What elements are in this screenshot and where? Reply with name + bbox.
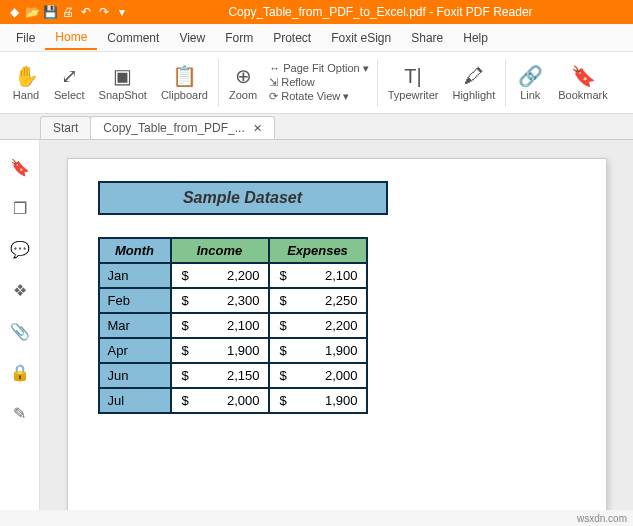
save-icon[interactable]: 💾 (42, 5, 58, 19)
redo-icon[interactable]: ↷ (96, 5, 112, 19)
menu-file[interactable]: File (6, 27, 45, 49)
bookmarks-panel-icon[interactable]: 🔖 (10, 158, 30, 177)
page-fit-option[interactable]: ↔ Page Fit Option ▾ (269, 62, 369, 75)
table-row: Jan$2,200$2,100 (99, 263, 367, 288)
menu-comment[interactable]: Comment (97, 27, 169, 49)
ribbon: ✋Hand ⤢Select ▣SnapShot 📋Clipboard ⊕Zoom… (0, 52, 633, 114)
select-tool[interactable]: ⤢Select (48, 63, 91, 103)
ribbon-divider (218, 59, 219, 107)
typewriter-tool[interactable]: T|Typewriter (382, 63, 445, 103)
menubar: File Home Comment View Form Protect Foxi… (0, 24, 633, 52)
menu-help[interactable]: Help (453, 27, 498, 49)
workarea: 🔖 ❐ 💬 ❖ 📎 🔒 ✎ Sample Dataset Month Incom… (0, 140, 633, 510)
clipboard-tool[interactable]: 📋Clipboard (155, 63, 214, 103)
snapshot-tool[interactable]: ▣SnapShot (93, 63, 153, 103)
hand-tool[interactable]: ✋Hand (6, 63, 46, 103)
col-month: Month (99, 238, 171, 263)
print-icon[interactable]: 🖨 (60, 5, 76, 19)
page-view-stack: ↔ Page Fit Option ▾ ⇲ Reflow ⟳ Rotate Vi… (265, 60, 373, 105)
highlight-tool[interactable]: 🖍Highlight (446, 63, 501, 103)
menu-view[interactable]: View (169, 27, 215, 49)
menu-protect[interactable]: Protect (263, 27, 321, 49)
reflow-option[interactable]: ⇲ Reflow (269, 76, 369, 89)
rotate-view-option[interactable]: ⟳ Rotate View ▾ (269, 90, 369, 103)
undo-icon[interactable]: ↶ (78, 5, 94, 19)
zoom-tool[interactable]: ⊕Zoom (223, 63, 263, 103)
data-table: Month Income Expenses Jan$2,200$2,100 Fe… (98, 237, 368, 414)
close-icon[interactable]: ✕ (253, 122, 262, 135)
window-title: Copy_Table_from_PDF_to_Excel.pdf - Foxit… (136, 5, 625, 19)
col-income: Income (171, 238, 269, 263)
side-tool-panel: 🔖 ❐ 💬 ❖ 📎 🔒 ✎ (0, 140, 40, 510)
highlight-icon: 🖍 (464, 65, 484, 87)
link-tool[interactable]: 🔗Link (510, 63, 550, 103)
bookmark-icon: 🔖 (571, 65, 596, 87)
menu-home[interactable]: Home (45, 26, 97, 50)
pages-panel-icon[interactable]: ❐ (13, 199, 27, 218)
qat-more-icon[interactable]: ▾ (114, 5, 130, 19)
ribbon-divider (505, 59, 506, 107)
snapshot-icon: ▣ (113, 65, 132, 87)
watermark: wsxdn.com (577, 513, 627, 524)
hand-icon: ✋ (14, 65, 39, 87)
menu-share[interactable]: Share (401, 27, 453, 49)
titlebar: ◆ 📂 💾 🖨 ↶ ↷ ▾ Copy_Table_from_PDF_to_Exc… (0, 0, 633, 24)
menu-form[interactable]: Form (215, 27, 263, 49)
select-icon: ⤢ (61, 65, 78, 87)
table-row: Jul$2,000$1,900 (99, 388, 367, 413)
ribbon-divider (377, 59, 378, 107)
document-tabbar: Start Copy_Table_from_PDF_...✕ (0, 114, 633, 140)
layers-panel-icon[interactable]: ❖ (13, 281, 27, 300)
tab-document[interactable]: Copy_Table_from_PDF_...✕ (90, 116, 274, 139)
table-title: Sample Dataset (98, 181, 388, 215)
table-header-row: Month Income Expenses (99, 238, 367, 263)
comments-panel-icon[interactable]: 💬 (10, 240, 30, 259)
menu-esign[interactable]: Foxit eSign (321, 27, 401, 49)
signatures-panel-icon[interactable]: ✎ (13, 404, 26, 423)
app-logo-icon[interactable]: ◆ (6, 5, 22, 19)
quick-access-toolbar: ◆ 📂 💾 🖨 ↶ ↷ ▾ (0, 5, 136, 19)
table-row: Jun$2,150$2,000 (99, 363, 367, 388)
link-icon: 🔗 (518, 65, 543, 87)
zoom-icon: ⊕ (235, 65, 252, 87)
bookmark-tool[interactable]: 🔖Bookmark (552, 63, 614, 103)
attachments-panel-icon[interactable]: 📎 (10, 322, 30, 341)
table-row: Apr$1,900$1,900 (99, 338, 367, 363)
clipboard-icon: 📋 (172, 65, 197, 87)
open-icon[interactable]: 📂 (24, 5, 40, 19)
security-panel-icon[interactable]: 🔒 (10, 363, 30, 382)
col-expenses: Expenses (269, 238, 367, 263)
table-row: Feb$2,300$2,250 (99, 288, 367, 313)
tab-start[interactable]: Start (40, 116, 91, 139)
table-row: Mar$2,100$2,200 (99, 313, 367, 338)
pdf-page: Sample Dataset Month Income Expenses Jan… (67, 158, 607, 510)
page-viewport[interactable]: Sample Dataset Month Income Expenses Jan… (40, 140, 633, 510)
typewriter-icon: T| (404, 65, 421, 87)
